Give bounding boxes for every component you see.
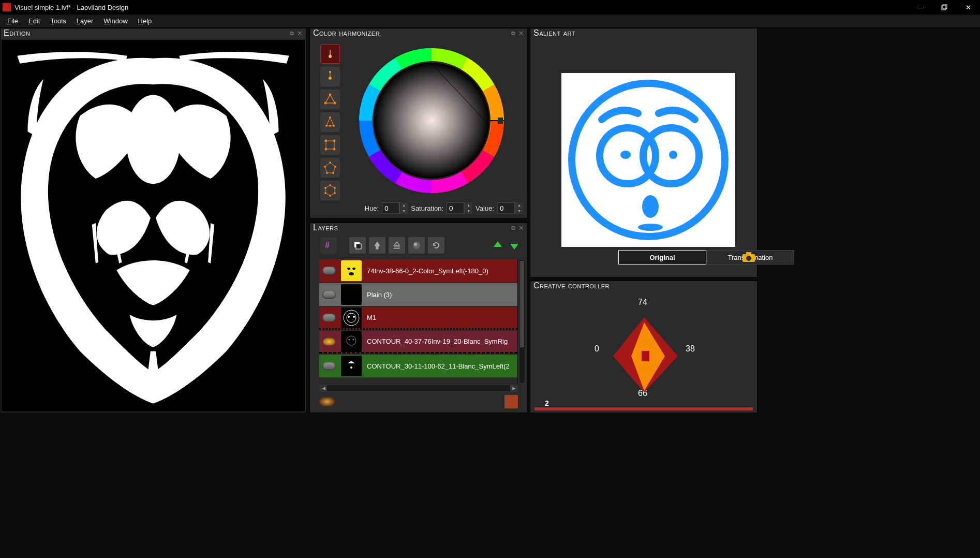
- svg-point-32: [334, 187, 336, 189]
- svg-point-50: [352, 268, 355, 270]
- svg-point-38: [374, 63, 489, 179]
- color-wheel[interactable]: [354, 43, 509, 198]
- cc-slider[interactable]: [534, 407, 753, 410]
- menu-layer[interactable]: Layer: [71, 16, 99, 26]
- svg-point-27: [332, 172, 334, 174]
- layer-thumb: [341, 331, 362, 352]
- close-button[interactable]: ✕: [956, 0, 980, 14]
- hue-label: Hue:: [365, 204, 379, 212]
- layer-thumb: [341, 260, 362, 281]
- svg-rect-69: [746, 252, 751, 255]
- svg-point-64: [620, 151, 631, 159]
- svg-point-47: [414, 243, 417, 246]
- svg-point-67: [638, 224, 663, 231]
- harmony-mode-split[interactable]: [320, 112, 340, 132]
- layers-list: 74Inv-38-66-0_2-Color_SymLeft(-180_0) Pl…: [319, 259, 518, 392]
- layers-title: Layers ⧉ ✕: [310, 223, 527, 233]
- layer-name: CONTOUR_40-37-76Inv-19_20-Blanc_SymRig: [367, 337, 514, 345]
- svg-point-35: [324, 192, 326, 194]
- svg-point-57: [349, 339, 350, 340]
- tab-original[interactable]: Original: [618, 250, 706, 265]
- layer-visibility-toggle[interactable]: [322, 267, 336, 275]
- layer-visibility-toggle[interactable]: [322, 337, 336, 346]
- layer-name: M1: [367, 314, 514, 321]
- creative-title: Creative controller: [530, 281, 757, 291]
- layers-panel: Layers ⧉ ✕ #: [309, 223, 528, 413]
- svg-point-51: [349, 272, 354, 275]
- svg-point-34: [329, 195, 331, 197]
- layer-thumb: [341, 356, 362, 376]
- svg-point-56: [347, 336, 356, 345]
- layer-visibility-toggle[interactable]: [322, 314, 336, 322]
- panel-controls-icon[interactable]: ⧉ ✕: [511, 30, 524, 37]
- maximize-button[interactable]: [932, 0, 956, 14]
- value-input[interactable]: [497, 202, 515, 214]
- harmony-mode-hexagon[interactable]: [320, 181, 340, 200]
- snapshot-button[interactable]: [741, 250, 756, 263]
- harmony-mode-complementary[interactable]: [320, 67, 340, 86]
- layer-move-up-button[interactable]: [491, 239, 504, 252]
- harmony-mode-triad[interactable]: [320, 90, 340, 109]
- creative-graph[interactable]: [577, 302, 711, 405]
- layer-row[interactable]: CONTOUR_30-11-100-62_11-Blanc_SymLeft(2: [319, 355, 517, 377]
- panel-controls-icon[interactable]: ⧉ ✕: [290, 30, 303, 37]
- menu-tools[interactable]: Tools: [45, 16, 71, 26]
- svg-point-5: [155, 170, 161, 177]
- layer-visibility-toggle[interactable]: [322, 362, 336, 370]
- layer-thumb: [341, 307, 362, 328]
- svg-point-65: [669, 151, 677, 159]
- harmony-mode-pentagon[interactable]: [320, 158, 340, 178]
- menu-edit[interactable]: Edit: [23, 16, 45, 26]
- harmony-mode-square[interactable]: [320, 135, 340, 155]
- saturation-stepper[interactable]: ▲▼: [464, 202, 472, 214]
- app-icon: [2, 3, 11, 12]
- svg-marker-24: [325, 163, 335, 173]
- menu-file[interactable]: File: [2, 16, 23, 26]
- layer-name: Plain (3): [367, 291, 514, 299]
- panel-controls-icon[interactable]: ⧉ ✕: [511, 225, 524, 231]
- svg-point-13: [334, 102, 336, 105]
- layer-delete-button[interactable]: [504, 395, 518, 408]
- hue-stepper[interactable]: ▲▼: [399, 202, 408, 214]
- layer-row[interactable]: 74Inv-38-66-0_2-Color_SymLeft(-180_0): [319, 259, 517, 282]
- svg-point-12: [329, 94, 332, 96]
- layer-name: CONTOUR_30-11-100-62_11-Blanc_SymLeft(2: [367, 362, 514, 370]
- edition-panel: Edition ⧉ ✕: [0, 28, 306, 413]
- layer-merge-button[interactable]: [369, 237, 385, 254]
- layer-color-button[interactable]: #: [320, 237, 337, 254]
- layers-hscroll[interactable]: ◀▶: [319, 385, 518, 392]
- layer-visibility-toggle[interactable]: [322, 290, 336, 299]
- layer-row[interactable]: M1: [319, 307, 517, 330]
- svg-point-10: [329, 71, 331, 73]
- harmony-mode-single[interactable]: [320, 44, 340, 64]
- menu-help[interactable]: Help: [133, 16, 157, 26]
- svg-point-14: [324, 102, 327, 105]
- layer-row[interactable]: Plain (3): [319, 283, 517, 306]
- menu-window[interactable]: Window: [98, 16, 132, 26]
- svg-point-25: [329, 161, 331, 164]
- edition-title: Edition ⧉ ✕: [1, 28, 306, 39]
- layer-fx-button[interactable]: [408, 237, 425, 254]
- salient-title: Salient art: [530, 28, 757, 39]
- layer-master-visibility[interactable]: [319, 397, 335, 406]
- svg-point-16: [325, 125, 328, 127]
- hue-input[interactable]: [382, 202, 399, 214]
- layer-duplicate-button[interactable]: [349, 237, 366, 254]
- edition-canvas[interactable]: [2, 40, 305, 412]
- layer-move-down-button[interactable]: [508, 239, 521, 252]
- layer-row[interactable]: CONTOUR_40-37-76Inv-19_20-Blanc_SymRig: [319, 331, 517, 354]
- layer-reset-button[interactable]: [428, 237, 444, 254]
- layer-flatten-button[interactable]: [389, 237, 405, 254]
- minimize-button[interactable]: —: [909, 0, 932, 14]
- svg-rect-40: [498, 118, 503, 124]
- value-stepper[interactable]: ▲▼: [515, 202, 523, 214]
- layers-vscroll[interactable]: [519, 259, 525, 384]
- svg-point-31: [329, 184, 331, 186]
- salient-canvas[interactable]: [561, 73, 735, 247]
- saturation-input[interactable]: [447, 202, 464, 214]
- value-label: Value:: [476, 204, 494, 212]
- svg-point-48: [344, 263, 359, 278]
- svg-point-28: [326, 172, 328, 174]
- svg-rect-60: [561, 73, 735, 247]
- harmonizer-title: Color harmonizer ⧉ ✕: [310, 28, 527, 39]
